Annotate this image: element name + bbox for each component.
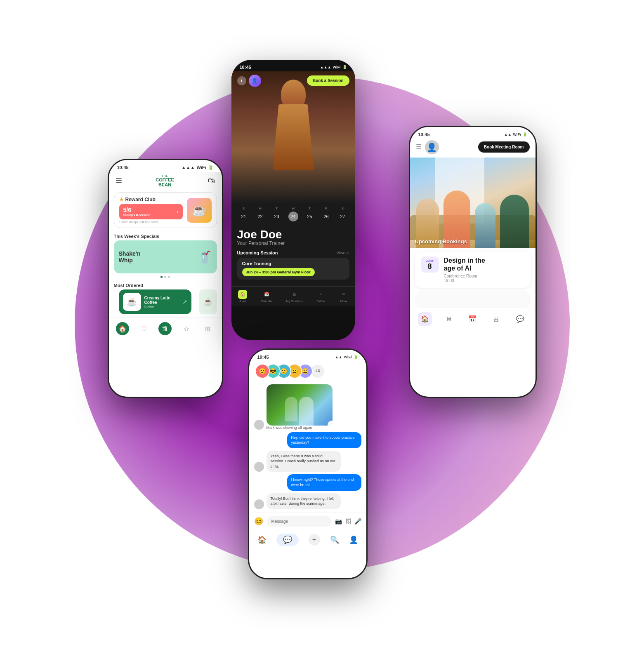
cal-num-22[interactable]: 22 [255,212,265,221]
cal-num-21[interactable]: 21 [239,212,249,221]
battery-chat-icon: 🔋 [354,355,358,359]
upcoming-session-label: Upcoming Session [237,250,278,255]
nav-desk-meeting[interactable]: 🖥 [442,312,456,326]
status-bar-coffee: 10:45 ▲▲▲ WiFi 🔋 [109,160,222,172]
book-session-button[interactable]: Book a Session [307,75,349,86]
power-button [223,218,223,242]
nav-calendar-meeting[interactable]: 📅 [465,312,479,326]
trainer-nav-extras[interactable]: + Extras [316,290,326,303]
nav-search-chat[interactable]: 🔍 [330,535,339,544]
calendar-strip: S 21 M 22 T 23 W 24 T 25 F 26 [231,203,355,225]
cal-label-t2: T [309,207,311,210]
power-button-meeting [536,185,537,209]
trainer-body [273,104,314,170]
specials-card[interactable]: Shake'n Whip 🥤 [114,240,217,273]
nav-heart-coffee[interactable]: ♡ [137,322,151,335]
coffee-logo: The COFFEE BEAN [156,174,174,188]
status-icons-coffee: ▲▲▲ WiFi 🔋 [182,165,214,170]
camera-icon[interactable]: 📷 [335,518,342,525]
power-button-chat [367,407,368,432]
book-meeting-room-button[interactable]: Book Meeting Room [478,141,530,153]
nav-order-coffee[interactable]: 🗑 [158,322,172,335]
dot-3 [168,276,170,278]
msg-received-1: Yeah, I was there! It was a solid sessio… [254,451,361,472]
nav-home-coffee[interactable]: 🏠 [116,322,129,335]
cal-day-today: W 24 [288,207,298,221]
shopping-bag-icon[interactable]: 🛍 [208,176,215,185]
dot-2 [164,276,166,278]
stamps-arrow-icon: › [177,209,179,215]
nav-chat-meeting[interactable]: 💬 [513,312,527,326]
menu-icon[interactable]: ☰ [116,176,122,185]
upcoming-bookings-label: Upcoming Bookings [415,238,467,245]
trainer-nav-inbox[interactable]: ✉ Inbox [339,290,348,303]
inbox-trainer-icon: ✉ [339,290,348,299]
view-all-link[interactable]: View all [337,251,349,255]
cal-num-26[interactable]: 26 [321,212,331,221]
reward-left: ★ Reward Club 5/6 Stamps Received › 1 mo… [119,197,183,224]
chat-avatars-row: 😊 😎 🙂 😄 😃 +4 [249,361,366,381]
trainer-photo [231,71,355,203]
nav-home-meeting[interactable]: 🏠 [418,312,432,326]
trainer-nav-home[interactable]: 🏠 Home [238,290,247,303]
nav-plus-button[interactable]: + [309,534,320,546]
status-time-trainer: 10:45 [240,65,251,70]
cal-num-24[interactable]: 24 [288,212,298,221]
status-icons-trainer: ▲▲▲ WiFi 🔋 [320,65,347,69]
product-thumbnail: ☕ [123,293,141,311]
info-icon[interactable]: i [237,76,246,85]
trainer-nav-inbox-label: Inbox [340,300,347,303]
photo-icon[interactable]: 🖼 [345,518,351,525]
session-card[interactable]: Core Training Jun 24 – 3:00 pm General G… [237,258,349,280]
volume-button [108,209,108,226]
cal-label-s2: S [342,207,344,210]
trainer-name: Joe Doe [237,229,349,240]
volume-button-meeting [409,176,409,193]
meeting-bottom-nav: 🏠 🖥 📅 🖨 💬 [410,308,535,330]
cal-day-2: M 22 [255,207,265,221]
chat-avatar-1: 😊 [255,364,270,379]
msg-received-2: Totally! But I think they're helping. I … [254,493,361,509]
cal-num-23[interactable]: 23 [272,212,282,221]
dot-1 [160,276,163,278]
cal-num-25[interactable]: 25 [305,212,315,221]
chat-input-bar: 😊 Message 📷 🖼 🎤 [249,513,366,530]
booking-card[interactable]: June 8 Design in the age of AI Conferenc… [415,252,531,288]
meeting-room-photo: Upcoming Bookings [410,158,535,248]
most-ordered-row: ☕ Creamy Latte Coffee Coffee ↗ ☕ [109,289,222,314]
booking-event-title: Design in the age of AI [444,256,525,272]
status-icons-chat: ▲▲ WiFi 🔋 [335,355,358,359]
most-ordered-card[interactable]: ☕ Creamy Latte Coffee Coffee ↗ [119,289,191,314]
cal-label-w: W [292,207,295,210]
menu-meeting-icon[interactable]: ☰ [416,143,422,151]
cal-num-27[interactable]: 27 [338,212,348,221]
photo-person-1 [285,397,297,421]
nav-home-chat[interactable]: 🏠 [257,535,267,544]
trainer-nav-home-label: Home [239,300,247,303]
nav-favorites-coffee[interactable]: ☆ [180,322,193,335]
nav-chat-active[interactable]: 💬 [276,534,299,546]
stamps-label: Stamps Received [123,213,151,217]
nav-more-coffee[interactable]: ⊞ [201,322,215,335]
trainer-nav-sessions[interactable]: ⊞ My Sessions [286,290,303,303]
trainer-bg-image [231,71,355,203]
cal-day-3: T 23 [272,207,282,221]
nav-profile-chat[interactable]: 👤 [349,535,358,544]
product-info: Creamy Latte Coffee Coffee [144,296,179,308]
emoji-button[interactable]: 😊 [254,517,263,526]
signal-trainer-icon: ▲▲▲ [320,65,331,69]
session-time: Jun 24 – 3:00 pm General Gym Floor [242,268,315,276]
msg-bubble-sent-2: I know, right? Those sprints at the end … [287,474,361,490]
cal-label-t1: T [276,207,278,210]
coffee-logo-the: The [156,174,174,178]
mic-icon[interactable]: 🎤 [354,518,361,525]
sessions-trainer-icon: ⊞ [290,290,299,299]
message-input[interactable]: Message [267,516,332,527]
stamps-bar[interactable]: 5/6 Stamps Received › [119,204,183,219]
cal-day-5: T 25 [305,207,315,221]
product-link-icon[interactable]: ↗ [182,299,187,305]
nav-print-meeting[interactable]: 🖨 [489,312,503,326]
more-products-card[interactable]: ☕ [199,289,217,314]
trainer-nav-calendar[interactable]: 📅 Calendar [261,290,272,303]
coffee-header: ☰ The COFFEE BEAN 🛍 [109,172,222,191]
